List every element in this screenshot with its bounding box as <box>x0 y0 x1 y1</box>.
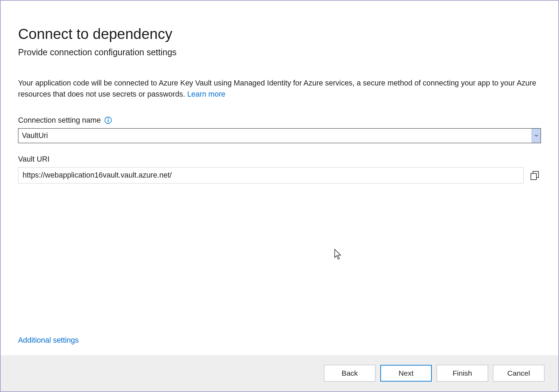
copy-button[interactable] <box>528 169 541 181</box>
vault-uri-label-row: Vault URI <box>18 155 541 164</box>
svg-rect-6 <box>531 173 536 180</box>
description-body: Your application code will be connected … <box>18 79 536 98</box>
dialog-title: Connect to dependency <box>18 26 541 42</box>
connection-setting-label-row: Connection setting name <box>18 116 541 125</box>
dialog-footer: Back Next Finish Cancel <box>1 355 558 391</box>
learn-more-link[interactable]: Learn more <box>187 90 225 98</box>
finish-button[interactable]: Finish <box>437 365 488 382</box>
svg-point-3 <box>107 118 108 119</box>
connection-setting-dropdown[interactable] <box>532 129 541 143</box>
copy-icon <box>530 170 540 180</box>
connection-setting-label: Connection setting name <box>18 116 101 125</box>
back-button[interactable]: Back <box>324 365 375 382</box>
description-text: Your application code will be connected … <box>18 77 541 100</box>
additional-settings-link[interactable]: Additional settings <box>18 336 541 345</box>
connection-setting-group: Connection setting name <box>18 116 541 143</box>
vault-uri-label: Vault URI <box>18 155 49 164</box>
cancel-button[interactable]: Cancel <box>493 365 544 382</box>
svg-rect-4 <box>108 120 108 122</box>
dialog-content: Connect to dependency Provide connection… <box>1 1 558 355</box>
next-button[interactable]: Next <box>380 365 432 382</box>
connection-setting-combo[interactable] <box>18 128 541 143</box>
vault-uri-row <box>18 167 541 183</box>
vault-uri-group: Vault URI <box>18 155 541 183</box>
dialog-container: Connect to dependency Provide connection… <box>0 0 559 392</box>
dialog-subtitle: Provide connection configuration setting… <box>18 47 541 57</box>
chevron-down-icon <box>535 134 538 137</box>
info-icon[interactable] <box>104 116 112 124</box>
connection-setting-input[interactable] <box>18 129 532 143</box>
content-spacer <box>18 195 541 336</box>
vault-uri-input[interactable] <box>18 167 524 183</box>
